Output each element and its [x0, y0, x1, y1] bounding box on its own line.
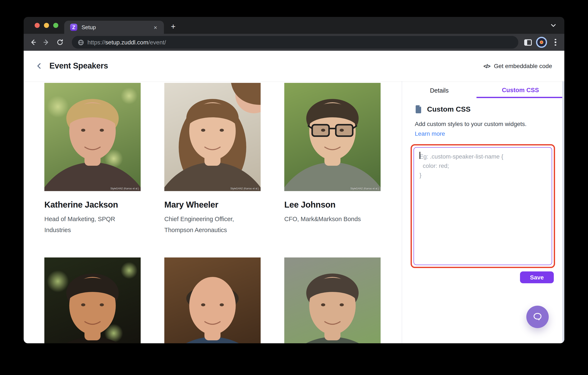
forward-button[interactable]	[41, 36, 52, 48]
speaker-title: Chief Engineering Officer, Thompson Aero…	[164, 213, 255, 235]
page: Event Speakers </> Get embeddable code	[24, 51, 564, 343]
zuddl-favicon-icon: Z	[70, 24, 77, 31]
tab-custom-css[interactable]: Custom CSS	[476, 83, 564, 98]
speaker-photo: StyleGAN2 (Karras et al.)	[284, 83, 381, 191]
close-tab-icon[interactable]: ×	[152, 23, 159, 31]
text-caret	[420, 152, 420, 159]
speaker-photo	[284, 257, 381, 343]
profile-avatar[interactable]	[536, 36, 547, 48]
traffic-lights	[35, 23, 58, 28]
url-scheme: https://	[87, 39, 105, 46]
url-text: https://setup.zuddl.com/event/	[87, 39, 166, 46]
learn-more-link[interactable]: Learn more	[415, 129, 445, 138]
photo-watermark: StyleGAN2 (Karras et al.)	[231, 187, 259, 190]
custom-css-section-header: Custom CSS	[415, 105, 564, 114]
section-description: Add custom styles to your custom widgets…	[415, 120, 552, 128]
desktop: Z Setup × + https://setup.zuddl.com/eve	[0, 0, 588, 375]
speaker-card[interactable]: StyleGAN2 (Karras et al.) Lee Johnson CF…	[284, 83, 381, 257]
portrait-illustration	[164, 83, 261, 191]
support-chat-button[interactable]	[526, 306, 549, 328]
speakers-main: StyleGAN2 (Karras et al.) Katherine Jack…	[24, 81, 402, 343]
page-header: Event Speakers </> Get embeddable code	[24, 51, 564, 81]
three-dot-menu-icon	[555, 39, 556, 45]
speaker-name: Katherine Jackson	[44, 200, 141, 210]
section-title: Custom CSS	[427, 105, 471, 113]
side-panel-button[interactable]	[523, 36, 534, 48]
minimize-window-button[interactable]	[44, 23, 49, 28]
settings-panel: Details Custom CSS Custom CSS Add custom…	[402, 81, 564, 343]
document-icon	[415, 105, 422, 114]
url-domain: setup.zuddl.com	[105, 39, 148, 46]
speaker-grid: StyleGAN2 (Karras et al.) Katherine Jack…	[44, 83, 402, 343]
portrait-illustration	[44, 83, 141, 191]
speaker-card[interactable]	[284, 257, 381, 343]
tab-title: Setup	[82, 24, 152, 31]
custom-css-textarea[interactable]	[414, 147, 552, 265]
save-button[interactable]: Save	[520, 271, 554, 283]
portrait-illustration	[44, 257, 141, 343]
photo-watermark: StyleGAN2 (Karras et al.)	[110, 187, 139, 190]
speaker-card[interactable]: StyleGAN2 (Karras et al.) Katherine Jack…	[44, 83, 141, 257]
browser-menu-button[interactable]	[550, 36, 561, 48]
zoom-window-button[interactable]	[53, 23, 58, 28]
browser-window: Z Setup × + https://setup.zuddl.com/eve	[24, 17, 564, 343]
speaker-card[interactable]: StyleGAN2 (Karras et al.) Mary Wheeler C…	[164, 83, 261, 257]
code-icon: </>	[483, 63, 490, 69]
browser-tab-strip: Z Setup × +	[24, 17, 564, 34]
speaker-title: Head of Marketing, SPQR Industries	[44, 213, 135, 235]
page-title: Event Speakers	[49, 61, 108, 71]
globe-icon	[78, 39, 84, 45]
side-panel-icon	[524, 39, 532, 45]
page-scrollbar[interactable]	[562, 81, 564, 343]
speaker-photo	[44, 257, 141, 343]
css-input-highlight-ring	[410, 144, 555, 268]
speaker-name: Lee Johnson	[284, 200, 381, 210]
back-chevron-icon[interactable]	[36, 63, 42, 69]
url-path: /event/	[148, 39, 166, 46]
new-tab-button[interactable]: +	[168, 21, 179, 32]
panel-tabs: Details Custom CSS	[402, 83, 564, 98]
close-window-button[interactable]	[35, 23, 40, 28]
chevron-down-icon[interactable]	[550, 22, 557, 31]
browser-tab[interactable]: Z Setup ×	[64, 21, 164, 34]
reload-button[interactable]	[54, 36, 66, 48]
toolbar-right-buttons	[523, 36, 561, 48]
browser-toolbar: https://setup.zuddl.com/event/	[24, 34, 564, 51]
back-button[interactable]	[27, 36, 39, 48]
url-bar[interactable]: https://setup.zuddl.com/event/	[72, 36, 518, 49]
speaker-card[interactable]	[164, 257, 261, 343]
page-body: StyleGAN2 (Karras et al.) Katherine Jack…	[24, 81, 564, 343]
save-row: Save	[402, 271, 554, 283]
get-embeddable-code-button[interactable]: </> Get embeddable code	[483, 63, 552, 69]
speaker-name: Mary Wheeler	[164, 200, 261, 210]
portrait-illustration	[284, 257, 381, 343]
speaker-title: CFO, Mark&Markson Bonds	[284, 213, 375, 224]
get-embeddable-code-label: Get embeddable code	[494, 63, 552, 69]
photo-watermark: StyleGAN2 (Karras et al.)	[350, 187, 379, 190]
speaker-photo: StyleGAN2 (Karras et al.)	[164, 83, 261, 191]
tab-details[interactable]: Details	[402, 83, 476, 98]
chat-bubble-icon	[532, 311, 543, 323]
speaker-photo: StyleGAN2 (Karras et al.)	[44, 83, 141, 191]
portrait-illustration	[164, 257, 261, 343]
speaker-photo	[164, 257, 261, 343]
avatar-icon	[536, 37, 547, 48]
speaker-card[interactable]	[44, 257, 141, 343]
portrait-illustration	[284, 83, 381, 191]
